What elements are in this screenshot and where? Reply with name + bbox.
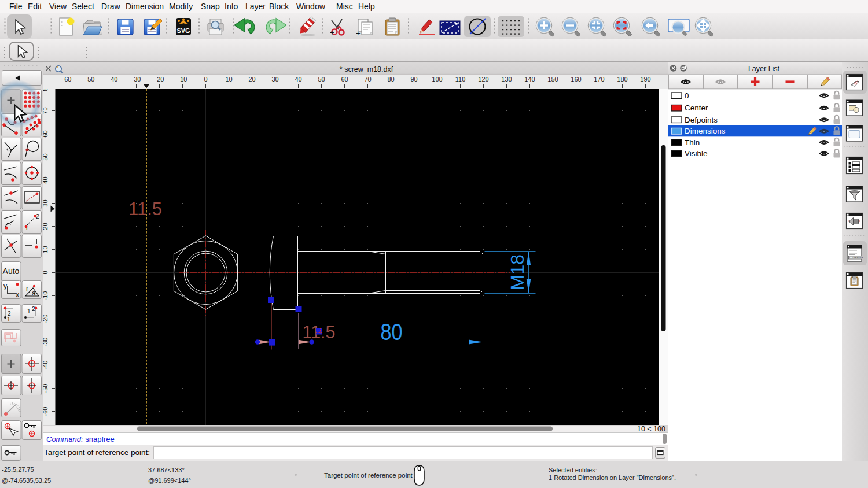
svg-text:140: 140 <box>524 76 535 83</box>
svg-text:2: 2 <box>32 306 35 312</box>
svg-text:Layer List: Layer List <box>748 65 780 73</box>
svg-text:Thin: Thin <box>685 138 700 147</box>
svg-text:y: y <box>3 282 7 290</box>
svg-text:40: 40 <box>295 76 301 83</box>
svg-text:-30: -30 <box>132 76 141 83</box>
svg-text:M18: M18 <box>507 254 528 290</box>
svg-text:-60: -60 <box>43 407 49 416</box>
svg-text:+: + <box>356 29 361 38</box>
svg-text:160: 160 <box>571 76 581 83</box>
svg-text:0: 0 <box>204 76 207 83</box>
svg-text:60: 60 <box>341 76 348 83</box>
svg-text:0: 0 <box>43 271 49 274</box>
svg-text:-40: -40 <box>109 76 118 83</box>
svg-text:11.5: 11.5 <box>128 199 162 219</box>
svg-text:1: 1 <box>7 316 10 323</box>
svg-text:180: 180 <box>617 76 627 83</box>
svg-text:* screw_m18.dxf: * screw_m18.dxf <box>340 65 393 73</box>
svg-text:-50: -50 <box>86 76 95 83</box>
svg-text:70: 70 <box>364 76 371 83</box>
svg-text:80: 80 <box>381 319 403 345</box>
svg-text:-20: -20 <box>43 315 49 324</box>
svg-text:120: 120 <box>478 76 488 83</box>
svg-text:130: 130 <box>501 76 512 83</box>
svg-text:x: x <box>16 291 19 299</box>
svg-text:-50: -50 <box>43 384 49 393</box>
svg-text:0: 0 <box>685 91 689 100</box>
svg-text:170: 170 <box>594 76 604 83</box>
svg-text:50: 50 <box>318 76 325 83</box>
svg-text:40: 40 <box>43 176 49 183</box>
svg-text:110: 110 <box>455 76 466 83</box>
svg-text:30: 30 <box>271 76 278 83</box>
svg-text:-30: -30 <box>43 338 49 347</box>
svg-text:-60: -60 <box>62 76 72 83</box>
svg-text:Auto: Auto <box>3 267 20 276</box>
svg-text:90: 90 <box>410 76 417 83</box>
svg-text:10: 10 <box>225 76 232 83</box>
svg-text:10 < 100: 10 < 100 <box>637 425 665 433</box>
svg-text:Defpoints: Defpoints <box>685 116 718 124</box>
svg-text:20: 20 <box>248 76 255 83</box>
svg-text:70: 70 <box>43 107 49 114</box>
svg-text:a: a <box>32 289 36 297</box>
svg-text:-20: -20 <box>155 76 164 83</box>
svg-text:80: 80 <box>387 76 394 83</box>
svg-text:Center: Center <box>685 103 708 112</box>
svg-text:Visible: Visible <box>685 149 708 158</box>
svg-text:50: 50 <box>43 153 49 160</box>
svg-text:20: 20 <box>43 223 49 230</box>
svg-text:Dimensions: Dimensions <box>685 127 726 135</box>
svg-text:30: 30 <box>43 199 49 206</box>
svg-text:-10: -10 <box>43 291 49 301</box>
svg-text:r: r <box>26 284 28 293</box>
svg-text:100: 100 <box>432 76 442 83</box>
svg-text:SVG: SVG <box>176 27 190 34</box>
svg-text:1: 1 <box>27 308 31 315</box>
svg-text:-40: -40 <box>43 361 49 370</box>
svg-text:+: + <box>330 28 334 37</box>
svg-text:60: 60 <box>43 130 49 137</box>
svg-text:150: 150 <box>547 76 558 83</box>
svg-text:C command: C command <box>849 256 863 259</box>
svg-text:10: 10 <box>43 246 49 253</box>
svg-text:190: 190 <box>640 76 650 83</box>
svg-text:-10: -10 <box>178 76 187 83</box>
